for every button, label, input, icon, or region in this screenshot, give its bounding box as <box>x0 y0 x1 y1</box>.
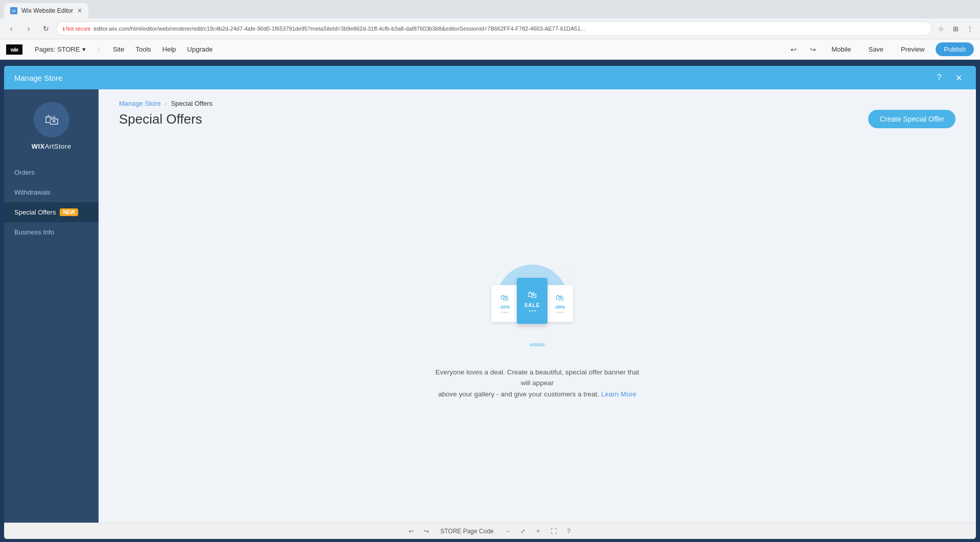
center-card-label: SALE <box>524 302 540 308</box>
zoom-in-btn[interactable]: + <box>533 526 544 537</box>
toolbar-nav: Site Tools Help Upgrade <box>108 43 218 55</box>
bottom-bar: ↩ ↪ STORE Page Code − ⤢ + ⛶ ? <box>4 523 976 539</box>
left-card-icon: 🛍 <box>500 293 509 302</box>
right-card-discount: -30% <box>554 304 565 310</box>
nav-back-btn[interactable]: ‹ <box>4 21 18 36</box>
right-card-dots <box>557 312 563 313</box>
center-card-icon: 🛍 <box>528 290 537 300</box>
description-line2: above your gallery - and give your custo… <box>438 390 599 398</box>
breadcrumb-current: Special Offers <box>171 100 212 107</box>
modal-close-btn[interactable]: ✕ <box>951 70 966 85</box>
sale-card-center: 🛍 SALE <box>517 278 547 324</box>
empty-state-area: ○ + + · 🛍 -20% <box>99 136 976 523</box>
sidebar: 🛍 WIXArtStore Orders Withdrawals Spe <box>4 89 99 523</box>
dot-1 <box>501 312 503 313</box>
main-content: Manage Store › Special Offers Special Of… <box>99 89 976 523</box>
center-card-dots <box>529 310 536 312</box>
tab-close-btn[interactable]: ✕ <box>77 7 82 14</box>
description-line1: Everyone loves a deal. Create a beautifu… <box>435 368 639 387</box>
mobile-btn[interactable]: Mobile <box>825 43 857 55</box>
manage-store-modal: Manage Store ? ✕ 🛍 WIXArtStore <box>4 66 976 539</box>
browser-menu-btn[interactable]: ⋮ <box>964 22 976 35</box>
sidebar-item-business-info[interactable]: Business Info <box>4 222 99 242</box>
learn-more-link[interactable]: Learn More <box>601 390 636 398</box>
sidebar-item-special-offers[interactable]: Special Offers NEW <box>4 202 99 222</box>
new-badge: NEW <box>60 208 78 216</box>
sale-illustration: ○ + + · 🛍 -20% <box>486 260 588 351</box>
dot-4 <box>529 310 531 312</box>
sidebar-nav: Orders Withdrawals Special Offers NEW Bu… <box>4 162 99 242</box>
store-avatar: 🛍 <box>34 102 69 137</box>
browser-tab[interactable]: W Wix Website Editor ✕ <box>4 3 88 18</box>
nav-reload-btn[interactable]: ↻ <box>39 21 53 36</box>
sidebar-withdrawals-label: Withdrawals <box>14 188 51 196</box>
dot-2 <box>504 312 506 313</box>
modal-title: Manage Store <box>14 74 62 82</box>
dot-7 <box>557 312 558 313</box>
right-card-icon: 🛍 <box>556 293 564 302</box>
modal-header: Manage Store ? ✕ <box>4 66 976 89</box>
left-card-dots <box>501 312 508 313</box>
site-menu-item[interactable]: Site <box>108 43 129 55</box>
sparkle-4: · <box>562 262 563 265</box>
store-bag-icon: 🛍 <box>44 111 59 128</box>
address-bar[interactable]: ℹ Not secure editor.wix.com/html/editor/… <box>56 21 932 36</box>
browser-action-buttons: ☆ ⊞ ⋮ <box>935 22 976 35</box>
create-btn-container: Create Special Offer <box>868 100 955 128</box>
address-text: editor.wix.com/html/editor/web/renderer/… <box>93 26 585 32</box>
fit-screen-btn[interactable]: ⤢ <box>517 526 529 537</box>
upgrade-menu-item[interactable]: Upgrade <box>182 43 218 55</box>
breadcrumb-separator: › <box>165 100 167 107</box>
modal-header-actions: ? ✕ <box>932 70 966 85</box>
breadcrumb-parent-link[interactable]: Manage Store <box>119 100 161 107</box>
dot-9 <box>562 312 563 313</box>
sale-card-left: 🛍 -20% <box>491 285 518 322</box>
nav-forward-btn[interactable]: › <box>21 21 36 36</box>
chevron-down-icon: ▾ <box>82 45 86 53</box>
description-text: Everyone loves a deal. Create a beautifu… <box>435 367 639 400</box>
create-special-offer-btn[interactable]: Create Special Offer <box>868 110 955 128</box>
preview-btn[interactable]: Preview <box>895 43 930 55</box>
left-card-discount: -20% <box>499 304 510 310</box>
redo-bottom-btn[interactable]: ↪ <box>421 526 432 537</box>
undo-bottom-btn[interactable]: ↩ <box>405 526 417 537</box>
dot-8 <box>559 312 561 313</box>
page-title: Special Offers <box>119 111 212 127</box>
publish-btn[interactable]: Publish <box>936 42 974 56</box>
redo-btn[interactable]: ↪ <box>806 42 820 57</box>
dot-6 <box>534 310 536 312</box>
modal-body: 🛍 WIXArtStore Orders Withdrawals Spe <box>4 89 976 523</box>
zoom-out-btn[interactable]: − <box>502 526 513 537</box>
sidebar-item-withdrawals[interactable]: Withdrawals <box>4 182 99 202</box>
editor-toolbar: wix Pages: STORE ▾ | Site Tools Help Upg… <box>0 39 980 60</box>
page-code-label: STORE Page Code <box>440 528 494 535</box>
undo-btn[interactable]: ↩ <box>786 42 801 57</box>
tab-title: Wix Website Editor <box>21 7 73 14</box>
extensions-btn[interactable]: ⊞ <box>949 22 962 35</box>
not-secure-indicator: ℹ Not secure <box>63 26 90 32</box>
help-bottom-btn[interactable]: ? <box>563 526 575 537</box>
sale-stem <box>530 343 545 346</box>
sparkle-3: + <box>571 270 573 273</box>
toolbar-right-area: ↩ ↪ Mobile Save Preview Publish <box>786 42 974 57</box>
fullscreen-btn[interactable]: ⛶ <box>548 526 559 537</box>
dot-5 <box>532 310 533 312</box>
bottom-bar-left-actions: ↩ ↪ <box>405 526 432 537</box>
modal-help-btn[interactable]: ? <box>932 70 946 85</box>
toolbar-separator: | <box>98 45 100 53</box>
wix-logo-area: wix <box>6 44 22 55</box>
bookmark-btn[interactable]: ☆ <box>935 22 947 35</box>
store-name: WIXArtStore <box>32 143 71 150</box>
store-name-prefix: WIX <box>32 143 45 150</box>
content-header: Manage Store › Special Offers Special Of… <box>99 89 976 136</box>
wix-logo: wix <box>6 44 22 55</box>
save-btn[interactable]: Save <box>862 43 890 55</box>
tools-menu-item[interactable]: Tools <box>130 43 156 55</box>
sidebar-item-orders[interactable]: Orders <box>4 162 99 182</box>
header-left: Manage Store › Special Offers Special Of… <box>119 100 212 127</box>
tab-favicon: W <box>10 7 17 14</box>
pages-dropdown[interactable]: Pages: STORE ▾ <box>31 43 90 55</box>
help-menu-item[interactable]: Help <box>157 43 181 55</box>
sidebar-orders-label: Orders <box>14 169 35 176</box>
sale-card-right: 🛍 -30% <box>546 285 573 322</box>
